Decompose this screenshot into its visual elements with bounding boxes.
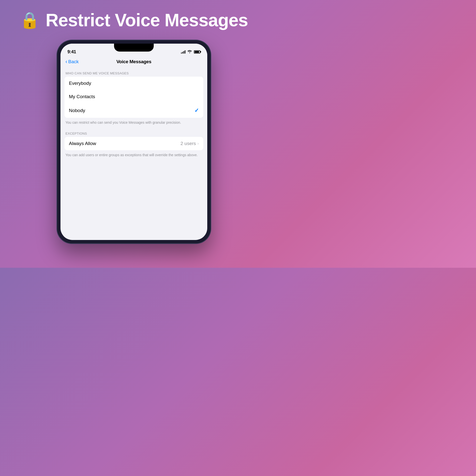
header-title: 🔒 Restrict Voice Messages [20,10,248,30]
chevron-right-icon: › [197,141,199,146]
back-chevron-icon: ‹ [65,59,67,64]
nobody-option[interactable]: Nobody ✓ [64,103,203,118]
everybody-label: Everybody [69,81,91,86]
page-wrapper: 🔒 Restrict Voice Messages 9:41 [0,0,268,268]
my-contacts-label: My Contacts [69,94,95,99]
always-allow-label: Always Allow [69,141,96,146]
selected-checkmark-icon: ✓ [194,107,199,114]
always-allow-count: 2 users [180,141,196,146]
who-can-send-helper: You can restrict who can send you Voice … [60,118,207,127]
wifi-icon [187,50,192,54]
page-heading: Restrict Voice Messages [46,10,248,30]
exceptions-group: Always Allow 2 users › [64,137,203,150]
nav-bar: ‹ Back Voice Messages [60,57,207,68]
everybody-option[interactable]: Everybody [64,77,203,90]
always-allow-row[interactable]: Always Allow 2 users › [64,137,203,150]
exceptions-helper: You can add users or entire groups as ex… [60,150,207,160]
nav-title: Voice Messages [116,59,151,64]
lock-icon: 🔒 [20,12,40,28]
exceptions-section-label: EXCEPTIONS [60,128,207,137]
back-button[interactable]: ‹ Back [65,59,79,64]
my-contacts-option[interactable]: My Contacts [64,90,203,103]
phone-frame: 9:41 [57,40,211,243]
battery-icon [194,50,200,54]
screen-content: WHO CAN SEND ME VOICE MESSAGES Everybody… [60,68,207,240]
notch [114,44,154,52]
who-can-send-group: Everybody My Contacts Nobody ✓ [64,77,203,118]
phone-screen: 9:41 [60,44,207,240]
status-icons [181,50,200,54]
signal-bars-icon [181,50,185,54]
status-time: 9:41 [67,49,76,55]
always-allow-value: 2 users › [180,141,199,146]
nobody-label: Nobody [69,108,85,113]
back-label: Back [68,59,79,64]
exceptions-section: EXCEPTIONS Always Allow 2 users › You ca… [60,128,207,160]
who-can-send-section-label: WHO CAN SEND ME VOICE MESSAGES [60,68,207,77]
